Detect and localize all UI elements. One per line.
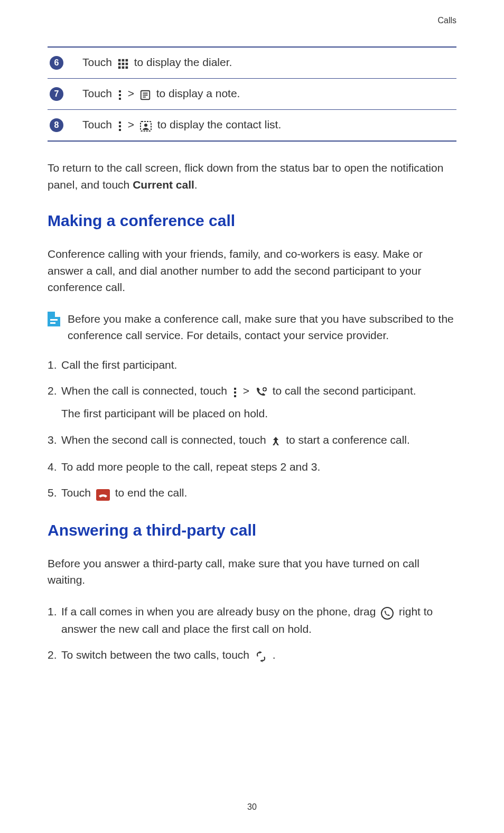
svg-rect-17	[119, 125, 121, 127]
thirdparty-steps: If a call comes in when you are already …	[48, 603, 456, 664]
svg-rect-9	[119, 90, 121, 92]
text-fragment: Touch	[82, 118, 115, 130]
text-fragment: Touch	[82, 56, 115, 68]
note-callout-icon	[48, 312, 60, 326]
svg-rect-21	[234, 388, 236, 390]
callout-text: Touch > to display the contact list.	[82, 118, 281, 132]
text-fragment: When the second call is connected, touch	[61, 434, 269, 446]
return-instruction: To return to the call screen, flick down…	[48, 160, 456, 193]
overflow-menu-icon	[117, 119, 123, 132]
svg-rect-23	[234, 395, 236, 397]
svg-rect-7	[122, 66, 125, 69]
text-fragment: to display the contact list.	[157, 118, 282, 130]
callout-number-badge: 8	[50, 118, 63, 132]
svg-rect-22	[234, 391, 236, 394]
overflow-menu-icon	[232, 383, 238, 400]
svg-rect-3	[118, 63, 121, 65]
svg-rect-8	[125, 66, 128, 69]
svg-point-20	[144, 124, 147, 127]
step-item: When the second call is connected, touch…	[48, 432, 456, 449]
contact-card-icon	[139, 119, 152, 132]
svg-rect-11	[119, 98, 121, 100]
add-call-icon	[255, 383, 267, 400]
text-fragment: to display a note.	[156, 87, 240, 99]
svg-rect-2	[125, 59, 128, 62]
text-fragment: to start a conference call.	[286, 434, 410, 446]
svg-rect-26	[263, 389, 266, 390]
callout-number-badge: 6	[50, 56, 63, 70]
bold-text: Current call	[133, 179, 194, 191]
text-fragment: >	[128, 87, 137, 99]
heading-conference: Making a conference call	[48, 212, 456, 230]
merge-calls-icon	[271, 432, 281, 449]
svg-rect-0	[118, 59, 121, 62]
dialpad-icon	[117, 57, 129, 69]
step-item: Touch to end the call.	[48, 484, 456, 502]
svg-rect-18	[119, 129, 121, 131]
callout-number-badge: 7	[50, 87, 63, 101]
step-item: If a call comes in when you are already …	[48, 603, 456, 638]
heading-thirdparty: Answering a third-party call	[48, 521, 456, 539]
conference-intro: Conference calling with your friends, fa…	[48, 246, 456, 296]
text-fragment: to display the dialer.	[134, 56, 232, 68]
header-section-label: Calls	[48, 16, 456, 25]
text-fragment: Touch	[82, 87, 115, 99]
step-item: To switch between the two calls, touch .	[48, 647, 456, 664]
text-fragment: .	[273, 649, 276, 661]
page-number: 30	[0, 802, 504, 812]
callout-row-6: 6 Touch to display the dialer.	[48, 48, 456, 78]
note-icon	[139, 88, 151, 100]
overflow-menu-icon	[117, 88, 123, 100]
step-item: Call the first participant.	[48, 357, 456, 373]
svg-rect-10	[119, 94, 121, 96]
swap-calls-icon	[255, 648, 267, 664]
svg-rect-1	[122, 59, 125, 62]
step-item: When the call is connected, touch > to c…	[48, 382, 456, 422]
svg-rect-5	[125, 63, 128, 65]
svg-rect-6	[118, 66, 121, 69]
conference-steps: Call the first participant. When the cal…	[48, 357, 456, 502]
callout-text: Touch > to display a note.	[82, 87, 240, 101]
answer-call-icon	[381, 604, 394, 621]
text-fragment: To switch between the two calls, touch	[61, 649, 253, 661]
callout-table: 6 Touch to display the dialer. 7 Touch	[48, 46, 456, 142]
text-fragment: To return to the call screen, flick down…	[48, 162, 443, 191]
page: Calls 6 Touch to display the dialer. 7 T…	[0, 0, 504, 833]
step-subtext: The first participant will be placed on …	[61, 405, 456, 422]
text-fragment: If a call comes in when you are already …	[61, 605, 379, 617]
text-fragment: Call the first participant.	[61, 359, 177, 371]
svg-rect-4	[122, 63, 125, 65]
callout-text: Touch to display the dialer.	[82, 56, 232, 70]
text-fragment: >	[243, 385, 253, 397]
end-call-icon	[96, 485, 110, 502]
step-item: To add more people to the call, repeat s…	[48, 458, 456, 475]
note-text: Before you make a conference call, make …	[68, 311, 456, 344]
text-fragment: .	[194, 179, 198, 191]
text-fragment: to end the call.	[115, 486, 188, 499]
thirdparty-intro: Before you answer a third-party call, ma…	[48, 555, 456, 588]
text-fragment: To add more people to the call, repeat s…	[61, 461, 320, 473]
text-fragment: When the call is connected, touch	[61, 385, 230, 397]
svg-point-28	[381, 607, 393, 619]
note-block: Before you make a conference call, make …	[48, 311, 456, 344]
callout-row-7: 7 Touch > to display a note.	[48, 78, 456, 109]
text-fragment: >	[128, 118, 137, 130]
text-fragment: Touch	[61, 486, 94, 499]
text-fragment: to call the second participant.	[273, 385, 416, 397]
callout-row-8: 8 Touch > to display the contact list.	[48, 109, 456, 141]
svg-rect-16	[119, 121, 121, 124]
